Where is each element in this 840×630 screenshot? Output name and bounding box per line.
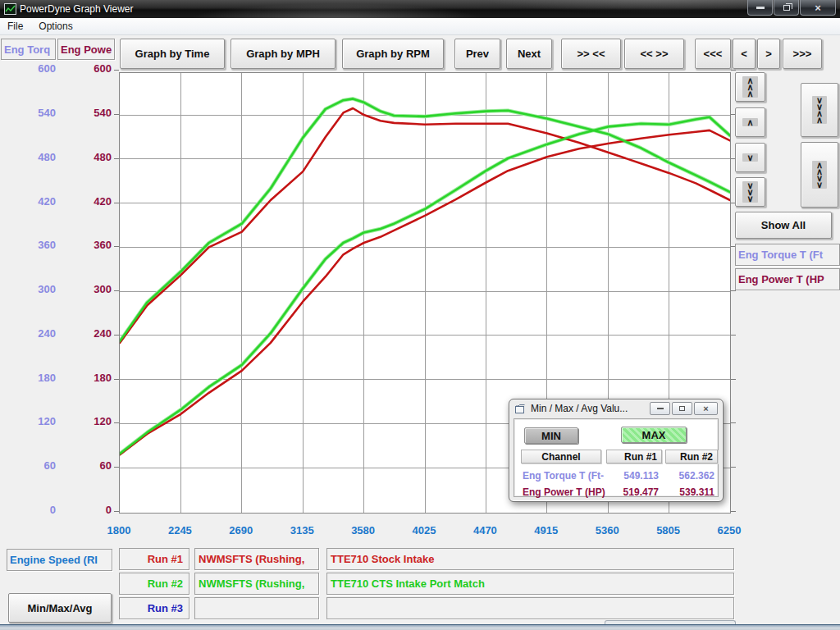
minmax-dialog[interactable]: Min / Max / Avg Valu... × MIN MAX Channe… bbox=[509, 399, 724, 502]
y-tick-label-power: 420 bbox=[62, 195, 112, 208]
torque-row-run2-value: 562.362 bbox=[664, 470, 714, 482]
power-series-label[interactable]: Eng Power T (HP bbox=[735, 268, 840, 290]
x-tick-label: 6250 bbox=[705, 524, 754, 536]
dialog-maximize-button[interactable] bbox=[672, 402, 692, 415]
y-tick-label-power: 600 bbox=[62, 62, 112, 75]
title-bar[interactable]: PowerDyne Graph Viewer × bbox=[0, 0, 840, 18]
y-tick-label-torque: 300 bbox=[7, 283, 56, 295]
app-window: PowerDyne Graph Viewer × File Options En… bbox=[0, 0, 840, 630]
minmaxavg-button[interactable]: Min/Max/Avg bbox=[8, 593, 112, 623]
y-axis-tick-mark bbox=[114, 335, 119, 336]
y-tick-label-torque: 480 bbox=[7, 151, 56, 163]
dialog-close-button[interactable]: × bbox=[694, 402, 718, 415]
run1-label-box[interactable]: Run #1 bbox=[119, 548, 189, 570]
scroll-left-button[interactable]: < bbox=[733, 39, 756, 69]
run1-file-box: NWMSFTS (Rushing, bbox=[194, 548, 319, 570]
chevron-triple-up-icon: ∧∧∧ bbox=[742, 76, 757, 98]
minmax-dialog-titlebar[interactable]: Min / Max / Avg Valu... × bbox=[509, 399, 723, 418]
y-axis-tick-mark bbox=[731, 422, 736, 423]
y-tick-label-torque: 600 bbox=[7, 62, 56, 75]
chevron-down-icon: ∨ bbox=[742, 153, 757, 162]
zoom-out-x-button[interactable]: << >> bbox=[624, 39, 684, 69]
run3-file-box bbox=[194, 597, 319, 619]
y-axis-tick-mark bbox=[114, 203, 119, 203]
x-tick-label: 5805 bbox=[644, 524, 693, 536]
y-axis-tick-mark bbox=[731, 290, 736, 291]
y-tick-label-torque: 180 bbox=[7, 372, 56, 384]
run3-label-box[interactable]: Run #3 bbox=[119, 597, 189, 619]
y-axis-tick-mark bbox=[731, 379, 736, 380]
torque-series-label[interactable]: Eng Torque T (Ft bbox=[735, 244, 840, 266]
window-minimize-button[interactable] bbox=[747, 0, 773, 16]
close-icon: × bbox=[815, 2, 821, 13]
run1-column-header: Run #1 bbox=[606, 450, 662, 463]
y-zoom-out-button[interactable]: ∧∧∨∨ bbox=[801, 142, 838, 208]
minmax-dialog-body: MIN MAX Channel Run #1 Run #2 Eng Torque… bbox=[514, 418, 719, 497]
y-zoom-in-button[interactable]: ∨∨∧∧ bbox=[801, 83, 838, 137]
min-tab-button[interactable]: MIN bbox=[524, 427, 578, 444]
y-axis-tick-mark bbox=[731, 335, 736, 336]
run3-description-box bbox=[326, 597, 734, 619]
x-tick-label: 5360 bbox=[582, 524, 632, 536]
y-tick-label-power: 540 bbox=[62, 107, 112, 119]
graph-by-time-button[interactable]: Graph by Time bbox=[120, 39, 225, 69]
y-scroll-up-button[interactable]: ∧ bbox=[735, 107, 765, 137]
next-button[interactable]: Next bbox=[506, 39, 552, 69]
torque-row-run1-value: 549.113 bbox=[605, 470, 659, 482]
y-scroll-page-up-button[interactable]: ∧∧∧ bbox=[735, 72, 765, 102]
menu-file[interactable]: File bbox=[7, 21, 23, 32]
y-tick-label-torque: 0 bbox=[7, 504, 56, 516]
run1-description-box: TTE710 Stock Intake bbox=[326, 548, 734, 570]
y-tick-label-power: 240 bbox=[62, 327, 112, 340]
menu-options[interactable]: Options bbox=[39, 21, 72, 32]
graph-by-rpm-button[interactable]: Graph by RPM bbox=[342, 39, 444, 69]
scroll-right-button[interactable]: > bbox=[757, 39, 780, 69]
restore-icon bbox=[783, 5, 790, 11]
dialog-title: Min / Max / Avg Valu... bbox=[531, 403, 628, 414]
y-tick-label-power: 60 bbox=[62, 459, 112, 472]
scroll-far-left-button[interactable]: <<< bbox=[695, 39, 731, 69]
x-tick-label: 2245 bbox=[155, 524, 204, 536]
power-row-run1-value: 519.477 bbox=[605, 486, 659, 498]
window-maximize-button[interactable] bbox=[774, 0, 799, 16]
show-all-button[interactable]: Show All bbox=[735, 212, 832, 239]
y-axis-tick-mark bbox=[114, 290, 119, 291]
close-icon: × bbox=[703, 404, 708, 413]
scroll-far-right-button[interactable]: >>> bbox=[783, 39, 822, 69]
y-axis-tick-mark bbox=[114, 379, 119, 380]
y-scroll-down-button[interactable]: ∨ bbox=[735, 143, 765, 172]
power-channel-box[interactable]: Eng Powe bbox=[57, 39, 115, 60]
run2-column-header: Run #2 bbox=[665, 450, 718, 463]
chevron-expand-icon: ∧∧∨∨ bbox=[812, 161, 827, 189]
x-tick-label: 4025 bbox=[399, 524, 449, 536]
minimize-icon bbox=[657, 408, 664, 409]
run2-file-box: NWMSFTS (Rushing, bbox=[194, 573, 319, 595]
dialog-minimize-button[interactable] bbox=[650, 402, 670, 415]
window-title: PowerDyne Graph Viewer bbox=[20, 0, 134, 18]
torque-channel-box[interactable]: Eng Torq bbox=[1, 39, 56, 60]
y-tick-label-power: 0 bbox=[62, 504, 112, 516]
y-tick-label-torque: 60 bbox=[7, 459, 56, 472]
window-close-button[interactable]: × bbox=[800, 0, 836, 16]
max-tab-button[interactable]: MAX bbox=[621, 427, 687, 443]
x-tick-label: 1800 bbox=[94, 524, 144, 536]
y-axis-tick-mark bbox=[114, 467, 119, 468]
zoom-in-x-button[interactable]: >> << bbox=[561, 39, 621, 69]
y-axis-tick-mark bbox=[114, 246, 119, 247]
chevron-up-icon: ∧ bbox=[742, 118, 757, 126]
x-axis-channel-box[interactable]: Engine Speed (RI bbox=[7, 549, 112, 571]
power-row-channel: Eng Power T (HP) bbox=[523, 486, 608, 498]
y-tick-label-torque: 120 bbox=[7, 415, 56, 427]
graph-by-mph-button[interactable]: Graph by MPH bbox=[231, 39, 336, 69]
run2-label-box[interactable]: Run #2 bbox=[119, 573, 189, 595]
dialog-icon bbox=[515, 404, 526, 413]
y-scroll-page-down-button[interactable]: ∨∨∨ bbox=[735, 177, 765, 207]
x-tick-label: 4470 bbox=[460, 524, 509, 536]
maximize-icon bbox=[679, 406, 685, 411]
y-tick-label-power: 300 bbox=[62, 283, 112, 295]
y-axis-tick-mark bbox=[114, 422, 119, 423]
y-axis-tick-mark bbox=[731, 70, 736, 71]
prev-button[interactable]: Prev bbox=[454, 39, 500, 69]
y-tick-label-torque: 360 bbox=[7, 239, 56, 251]
menu-bar: File Options bbox=[0, 18, 840, 35]
